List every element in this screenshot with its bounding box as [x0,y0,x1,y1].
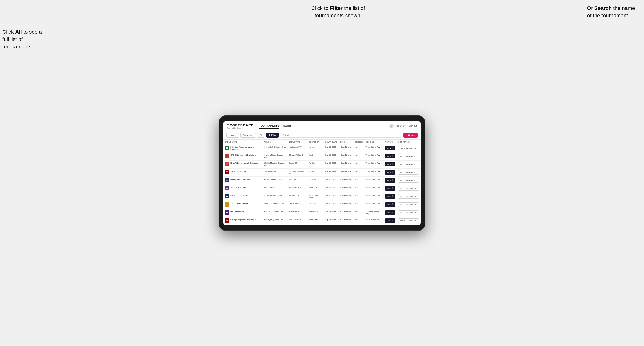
event-name-cell: U Upstate Dual Challenge [225,178,262,182]
gender-text: Men [355,178,358,180]
table-row: I OFCC Fighting Illini Invitational Olym… [224,152,420,160]
view-button[interactable]: View ⓘ [385,186,396,191]
view-button[interactable]: View ⓘ [385,194,396,199]
gender-text: Men [355,170,358,172]
venue-text: Gold Mountain Golf Club [264,210,284,212]
add-schedule-button[interactable]: Add to My Schedule + [398,194,419,199]
view-button[interactable]: View ⓘ [385,178,396,182]
venue-text: Colbert Hills [264,186,274,188]
nav-tab-tournaments[interactable]: TOURNAMENTS [259,124,279,129]
division-text: NCAA Division I [340,210,352,215]
table-row: V Valpo Fall Invitational Sand Creek Cou… [224,201,420,209]
view-button[interactable]: View ⓘ [385,202,396,207]
view-button[interactable]: View ⓘ [385,218,396,223]
table-row: W Wildcat Invitational Colbert Hills Man… [224,184,420,192]
hosted-by-text: Wake Forest [308,218,318,220]
venue-text: Olympia Fields Country Club [264,154,283,159]
app-logo: SCOREBOARD [227,123,254,127]
date-text: Sep 11, 2023 [325,146,336,148]
hosted-by-text: Le Moyne [308,178,316,180]
col-division: DIVISION [338,140,353,145]
date-text: Sep 17, 2023 [325,186,336,188]
divider: | [406,125,407,127]
gender-text: Men [355,194,358,196]
scoring-text: Team, Stroke Play [366,194,380,196]
add-schedule-button[interactable]: Add to My Schedule + [398,186,419,191]
user-name: Test User [396,125,405,127]
table-body: M 2023 Joe Feaganes Marshall Invitationa… [224,144,420,225]
hosted-by-text: Kansas State [308,186,319,188]
gender-text: Men [355,218,358,220]
team-logo: V [225,202,229,206]
date-text: Sep 18, 2023 [325,194,336,196]
gender-text: Men [355,146,358,148]
competing-button[interactable]: Competing [240,133,256,138]
view-button[interactable]: View ⓘ [385,154,396,159]
annotation-search: Or Search the name of the tournament. [587,5,639,19]
team-logo: W [225,218,229,223]
col-city-state: CITY, STATE [288,140,307,145]
view-button[interactable]: View ⓘ [385,170,396,174]
event-name-text: Grover Page Classic [230,194,248,197]
hosted-by-text: Fairfield [308,162,315,164]
all-button[interactable]: All [257,133,265,138]
add-schedule-button[interactable]: Add to My Schedule + [398,210,419,215]
event-name-text: Chicago Highlands Invitational [230,218,256,221]
division-text: NCAA Division I [340,202,352,207]
city-text: Olympia Fields, IL [289,154,303,156]
event-name-text: Upstate Dual Challenge [230,178,250,180]
add-schedule-button[interactable]: Add to My Schedule + [398,154,419,159]
venue-text: Sand Creek Country Club [264,202,284,204]
event-name-text: Valpo Fall Invitational [230,202,248,205]
event-name-text: Husky Individual [230,210,244,213]
city-text: Huntington, WV [289,146,302,148]
add-schedule-button[interactable]: Add to My Schedule + [398,170,419,174]
col-gender: GENDER [353,140,364,145]
date-text: Sep 18, 2023 [325,210,336,212]
view-button[interactable]: View ⓘ [385,162,396,167]
sign-out-link[interactable]: Sign out [409,125,417,127]
venue-text: Guyan Golf & Country Club [264,146,286,148]
add-schedule-button[interactable]: Add to My Schedule + [398,202,419,207]
division-text: NCAA Division I [340,178,352,183]
logo-area: SCOREBOARD Powered by clippd [227,123,254,129]
search-input[interactable] [280,133,402,138]
nav-tab-teams[interactable]: TEAMS [283,124,292,129]
table-header: EVENT NAME VENUE CITY, STATE HOSTED BY S… [224,140,420,145]
hosted-by-text: Tennessee-Martin [308,194,318,199]
col-scoring: SCORING [364,140,384,145]
event-name-cell: V Valpo Fall Invitational [225,202,262,206]
hosted-by-text: Valparaiso [308,202,317,204]
date-text: Sep 18, 2023 [325,202,336,204]
add-schedule-button[interactable]: Add to My Schedule + [398,218,419,223]
add-schedule-button[interactable]: Add to My Schedule + [398,146,419,150]
add-schedule-button[interactable]: Add to My Schedule + [398,162,419,167]
event-name-text: OFCC Fighting Illini Invitational [230,154,256,156]
add-schedule-button[interactable]: Add to My Schedule + [398,178,419,182]
table-row: W Husky Individual Gold Mountain Golf Cl… [224,209,420,217]
view-button[interactable]: View ⓘ [385,146,396,150]
city-text: Westchester, IL [289,218,301,220]
tournament-table: EVENT NAME VENUE CITY, STATE HOSTED BY S… [224,140,420,225]
hosting-button[interactable]: Hosting [226,133,239,138]
event-name-cell: I OFCC Fighting Illini Invitational [225,154,262,158]
app-logo-sub: Powered by clippd [227,127,254,129]
filter-button[interactable]: ⚙ Filter [266,133,279,138]
col-venue: VENUE [263,140,288,145]
table-row: W Chicago Highlands Invitational Chicago… [224,217,420,225]
scoring-text: Individual, Stroke Play [366,210,379,215]
scoring-text: Team, Stroke Play [366,218,380,220]
team-logo: F [225,162,229,166]
date-text: Sep 16, 2023 [325,162,336,164]
col-competing: COMPETING [397,140,420,145]
create-button[interactable]: + Create [404,133,418,138]
table-row: F Ryan T. Lee Memorial Collegiate Shuttl… [224,160,420,168]
event-name-cell: F Ryan T. Lee Memorial Collegiate [225,162,262,166]
division-text: NCAA Division I [340,186,352,191]
venue-text: Jackson Country Club [264,194,282,196]
gender-text: Men [355,154,358,156]
event-name-cell: W Wildcat Invitational [225,186,262,190]
view-button[interactable]: View ⓘ [385,210,396,215]
team-logo: W [225,186,229,190]
event-name-cell: W Chicago Highlands Invitational [225,218,262,223]
